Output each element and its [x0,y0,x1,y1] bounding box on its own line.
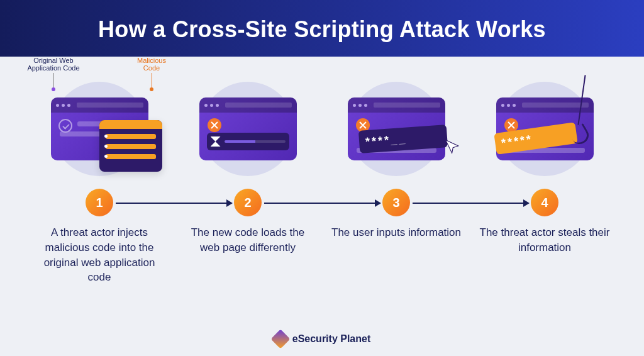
brand-logo-icon [270,329,290,348]
check-icon [58,119,72,133]
malicious-code-window [99,120,162,172]
step-3: ****__ [322,75,470,182]
browser-window [199,97,297,160]
footer-brand: eSecurity Planet [0,332,644,346]
description-row: A threat actor injects malicious code in… [25,225,619,285]
label-malicious-text: Malicious Code [137,57,166,72]
brand-name: eSecurity Planet [292,333,371,345]
fishing-hook-icon [556,75,594,150]
step-badge-3: 3 [382,189,410,216]
title-text: How a Cross-Site Scripting Attack Works [98,16,546,42]
progress-indicator [225,140,286,143]
step-description: The threat actor steals their informatio… [470,225,619,285]
step-4: ***** [470,75,619,182]
cursor-icon [443,138,461,155]
illustration-row: Original Web Application Code Malicious … [25,75,619,182]
step-2 [174,75,322,182]
step-badge-2: 2 [234,189,262,216]
password-mask: **** [365,133,391,148]
error-icon [208,118,221,132]
diagram-body: Original Web Application Code Malicious … [0,57,644,298]
step-1: Original Web Application Code Malicious … [25,75,174,182]
page-title: How a Cross-Site Scripting Attack Works [0,0,644,57]
step-number-row: 1 2 3 4 [25,189,619,216]
step-badge-1: 1 [86,189,113,216]
password-mask: **** [501,133,528,150]
hourglass-icon [211,136,221,147]
label-original-text: Original Web Application Code [27,57,79,72]
step-badge-4: 4 [531,189,558,216]
step-description: A threat actor injects malicious code in… [25,225,174,285]
loading-bar [207,133,289,150]
step-description: The user inputs information [322,225,470,285]
step-description: The new code loads the web page differen… [174,225,322,285]
